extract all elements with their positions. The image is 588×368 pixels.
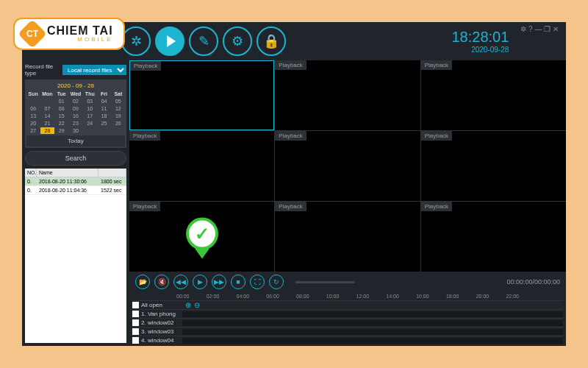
- checkbox[interactable]: [132, 337, 139, 344]
- video-cell[interactable]: Playback: [421, 131, 566, 201]
- filetype-select[interactable]: Local record files: [62, 65, 126, 75]
- timeline-row[interactable]: 1. Van phong: [132, 309, 563, 318]
- zoom-in-icon[interactable]: ⊕: [185, 301, 191, 309]
- timeline[interactable]: 00:0002:0004:0006:0008:0010:0012:0014:00…: [129, 292, 566, 346]
- search-button[interactable]: Search: [25, 151, 126, 166]
- checkbox[interactable]: [132, 311, 139, 317]
- loop-icon[interactable]: ↻: [269, 275, 284, 289]
- video-cell[interactable]: Playback: [275, 131, 420, 201]
- video-cell[interactable]: Playback: [421, 202, 566, 272]
- clock: 18:28:01 2020-09-28: [451, 29, 509, 54]
- list-item[interactable]: 0.2018-08-20 11:30:061800 sec: [25, 177, 126, 186]
- mute-icon[interactable]: 🔇: [154, 275, 169, 289]
- window-controls[interactable]: ✲ ? — ❐ ✕: [520, 25, 559, 33]
- timeline-row[interactable]: 2. window02: [132, 318, 563, 327]
- content-area: PlaybackPlaybackPlaybackPlaybackPlayback…: [129, 60, 566, 346]
- fullscreen-icon[interactable]: ⛶: [250, 275, 265, 289]
- reel-icon[interactable]: ✲: [121, 26, 151, 56]
- play-icon[interactable]: ▶: [193, 275, 207, 289]
- list-item[interactable]: 0.2018-08-20 11:04:361522 sec: [25, 186, 126, 195]
- cms-app-window: cms ✲ ✎ ⚙ 🔒 18:28:01 2020-09-28 ✲ ? — ❐ …: [22, 22, 566, 346]
- lock-icon[interactable]: 🔒: [257, 26, 286, 56]
- stop-icon[interactable]: ■: [231, 275, 245, 289]
- checkbox[interactable]: [132, 302, 139, 308]
- today-button[interactable]: Today: [26, 135, 125, 146]
- timeline-row[interactable]: All open⊕⊖: [132, 300, 563, 309]
- gear-icon[interactable]: ⚙: [223, 26, 252, 56]
- timeline-row[interactable]: 3. window03: [132, 327, 563, 336]
- play-tab-button[interactable]: [155, 26, 184, 56]
- zoom-out-icon[interactable]: ⊖: [194, 301, 200, 309]
- video-cell[interactable]: Playback: [129, 131, 274, 201]
- video-cell[interactable]: Playback✓: [129, 202, 274, 272]
- video-cell[interactable]: Playback: [275, 60, 420, 130]
- calendar[interactable]: 2020 - 09 - 28 SunMonTueWedThuFriSat0102…: [25, 79, 126, 148]
- check-overlay-icon: ✓: [186, 217, 218, 250]
- timestamp: 00:00:00/00:00:00: [506, 278, 560, 286]
- speed-slider[interactable]: [295, 281, 354, 283]
- edit-icon[interactable]: ✎: [189, 26, 218, 56]
- timeline-row[interactable]: 4. window04: [132, 336, 563, 344]
- playback-controls: 📂 🔇 ◀◀ ▶ ▶▶ ■ ⛶ ↻ 00:00:00/00:00:00: [129, 272, 566, 292]
- video-cell[interactable]: Playback: [421, 60, 566, 130]
- sidebar: Record file type Local record files 2020…: [22, 60, 129, 346]
- open-folder-icon[interactable]: 📂: [135, 275, 150, 289]
- checkbox[interactable]: [132, 328, 139, 335]
- calendar-title: 2020 - 09 - 28: [26, 81, 125, 91]
- forward-icon[interactable]: ▶▶: [212, 275, 226, 289]
- filetype-label: Record file type: [25, 63, 60, 77]
- video-cell[interactable]: Playback: [275, 202, 420, 272]
- file-list[interactable]: NO. Name 0.2018-08-20 11:30:061800 sec0.…: [25, 169, 126, 343]
- video-grid: PlaybackPlaybackPlaybackPlaybackPlayback…: [129, 60, 566, 272]
- checkbox[interactable]: [132, 319, 139, 326]
- rewind-icon[interactable]: ◀◀: [173, 275, 188, 289]
- video-cell[interactable]: Playback: [129, 60, 274, 130]
- watermark-badge: CT CHIEM TAI MOBILE: [13, 18, 125, 50]
